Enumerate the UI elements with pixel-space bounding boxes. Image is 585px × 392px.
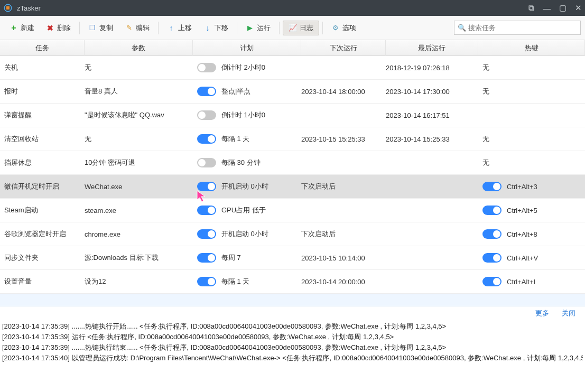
cell-task: 挡屏休息 bbox=[0, 158, 85, 167]
cell-plan: 开机启动 0小时 bbox=[193, 182, 301, 191]
cell-hotkey: Ctrl+Alt+V bbox=[478, 253, 585, 263]
cell-hotkey: Ctrl+Alt+3 bbox=[478, 182, 585, 191]
task-row[interactable]: 清空回收站无每隔 1 天2023-10-15 15:25:332023-10-1… bbox=[0, 127, 585, 151]
window-close-icon[interactable]: ✕ bbox=[575, 3, 582, 13]
cell-last: 2023-10-14 17:30:00 bbox=[386, 88, 478, 96]
cell-hotkey: 无 bbox=[478, 63, 585, 72]
task-row[interactable]: 微信开机定时开启WeChat.exe开机启动 0小时下次启动后Ctrl+Alt+… bbox=[0, 175, 585, 199]
log-line: [2023-10-14 17:35:39] .......热键执行开始.....… bbox=[2, 321, 583, 332]
run-icon: ▶ bbox=[246, 24, 254, 32]
up-button[interactable]: ↑上移 bbox=[162, 21, 197, 35]
header-hotkey[interactable]: 热键 bbox=[478, 40, 585, 56]
log-line: [2023-10-14 17:35:39] .......热键执行结束.....… bbox=[2, 342, 583, 353]
plan-toggle[interactable] bbox=[197, 134, 216, 144]
copy-button[interactable]: ❐复制 bbox=[83, 21, 118, 35]
cell-hotkey: 无 bbox=[478, 134, 585, 144]
header-param[interactable]: 参数 bbox=[85, 40, 193, 56]
cell-param: chrome.exe bbox=[85, 230, 193, 238]
app-title: zTasker bbox=[17, 4, 528, 12]
header-task[interactable]: 任务 bbox=[0, 40, 85, 56]
cell-plan: 每隔 1 天 bbox=[193, 277, 301, 286]
hotkey-text: Ctrl+Alt+5 bbox=[507, 207, 537, 214]
cell-param: 无 bbox=[85, 63, 193, 72]
hotkey-text: 无 bbox=[482, 158, 489, 167]
plan-toggle[interactable] bbox=[197, 229, 216, 239]
log-more-link[interactable]: 更多 bbox=[535, 309, 549, 318]
plan-toggle[interactable] bbox=[197, 63, 216, 72]
log-icon: 📈 bbox=[289, 24, 297, 32]
delete-button[interactable]: ✖删除 bbox=[41, 21, 76, 35]
arrow-down-icon: ↓ bbox=[203, 24, 212, 32]
log-close-link[interactable]: 关闭 bbox=[562, 309, 575, 318]
hotkey-toggle[interactable] bbox=[482, 229, 502, 239]
hotkey-toggle[interactable] bbox=[482, 182, 502, 191]
header-next[interactable]: 下次运行 bbox=[301, 40, 386, 56]
window-maximize-icon[interactable]: ▢ bbox=[559, 3, 567, 13]
plan-text: 倒计时 2小时0 bbox=[221, 63, 265, 72]
separator bbox=[237, 22, 237, 34]
options-button[interactable]: ⚙选项 bbox=[326, 21, 361, 35]
cell-param: 源:Downloads 目标:下载 bbox=[85, 253, 193, 263]
task-row[interactable]: 弹窗提醒"是时候该休息啦" QQ.wav倒计时 1小时02023-10-14 1… bbox=[0, 104, 585, 127]
search-box[interactable]: 🔍 bbox=[454, 21, 581, 35]
task-row[interactable]: 同步文件夹源:Downloads 目标:下载每周 72023-10-15 10:… bbox=[0, 246, 585, 270]
search-icon: 🔍 bbox=[458, 24, 466, 32]
task-row[interactable]: 关机无倒计时 2小时02018-12-19 07:26:18无 bbox=[0, 56, 585, 80]
plus-icon: + bbox=[10, 24, 18, 32]
cell-last: 2023-10-14 15:25:33 bbox=[386, 135, 478, 143]
hotkey-toggle[interactable] bbox=[482, 253, 502, 263]
plan-toggle[interactable] bbox=[197, 158, 216, 167]
header-plan[interactable]: 计划 bbox=[193, 40, 301, 56]
window-restore-down-icon[interactable]: ⧉ bbox=[528, 3, 534, 13]
hotkey-toggle[interactable] bbox=[482, 206, 502, 215]
cell-plan: 倒计时 2小时0 bbox=[193, 63, 301, 72]
hotkey-toggle[interactable] bbox=[482, 277, 502, 286]
gear-icon: ⚙ bbox=[331, 24, 340, 32]
cell-hotkey: 无 bbox=[478, 87, 585, 96]
hotkey-text: 无 bbox=[482, 87, 489, 96]
hotkey-text: 无 bbox=[482, 63, 489, 72]
separator bbox=[322, 22, 323, 34]
plan-toggle[interactable] bbox=[197, 253, 216, 263]
cell-next: 2023-10-15 10:14:00 bbox=[301, 254, 386, 262]
cell-param: WeChat.exe bbox=[85, 183, 193, 191]
cell-task: 设置音量 bbox=[0, 277, 85, 286]
plan-text: 每周 7 bbox=[221, 253, 241, 263]
task-row[interactable]: 挡屏休息10分钟 密码可退每隔 30 分钟无 bbox=[0, 151, 585, 175]
cell-task: 弹窗提醒 bbox=[0, 110, 85, 120]
down-button[interactable]: ↓下移 bbox=[198, 21, 234, 35]
plan-toggle[interactable] bbox=[197, 182, 216, 191]
cell-next: 2023-10-14 20:00:00 bbox=[301, 278, 386, 286]
plan-toggle[interactable] bbox=[197, 277, 216, 286]
task-row[interactable]: Steam启动steam.exeGPU占用 低于Ctrl+Alt+5 bbox=[0, 199, 585, 222]
cell-task: 谷歌浏览器定时开启 bbox=[0, 229, 85, 239]
cell-last: 2023-10-14 16:17:51 bbox=[386, 111, 478, 119]
plan-text: 倒计时 1小时0 bbox=[221, 110, 265, 120]
hotkey-text: Ctrl+Alt+8 bbox=[507, 230, 537, 238]
header-last[interactable]: 最后运行 bbox=[386, 40, 478, 56]
cell-task: 关机 bbox=[0, 63, 85, 72]
task-row[interactable]: 谷歌浏览器定时开启chrome.exe开机启动 0小时下次启动后Ctrl+Alt… bbox=[0, 222, 585, 246]
cell-param: 无 bbox=[85, 134, 193, 144]
run-button[interactable]: ▶运行 bbox=[240, 21, 276, 35]
cell-hotkey: Ctrl+Alt+8 bbox=[478, 229, 585, 239]
task-row[interactable]: 报时音量8 真人整点|半点2023-10-14 18:00:002023-10-… bbox=[0, 80, 585, 104]
edit-button[interactable]: ✎编辑 bbox=[119, 21, 155, 35]
search-input[interactable] bbox=[468, 24, 577, 32]
window-minimize-icon[interactable]: — bbox=[543, 4, 551, 13]
cell-param: steam.exe bbox=[85, 207, 193, 214]
plan-text: GPU占用 低于 bbox=[221, 206, 266, 215]
x-icon: ✖ bbox=[46, 24, 54, 32]
plan-toggle[interactable] bbox=[197, 87, 216, 96]
cell-plan: 倒计时 1小时0 bbox=[193, 110, 301, 120]
plan-toggle[interactable] bbox=[197, 206, 216, 215]
cell-task: 微信开机定时开启 bbox=[0, 182, 85, 191]
svg-rect-1 bbox=[6, 6, 10, 10]
plan-toggle[interactable] bbox=[197, 110, 216, 120]
cell-task: 清空回收站 bbox=[0, 134, 85, 144]
log-button[interactable]: 📈日志 bbox=[283, 21, 319, 35]
plan-text: 开机启动 0小时 bbox=[221, 182, 268, 191]
new-button[interactable]: +新建 bbox=[4, 21, 40, 35]
app-icon bbox=[3, 3, 13, 13]
task-row[interactable]: 设置音量设为12每隔 1 天2023-10-14 20:00:00Ctrl+Al… bbox=[0, 270, 585, 294]
